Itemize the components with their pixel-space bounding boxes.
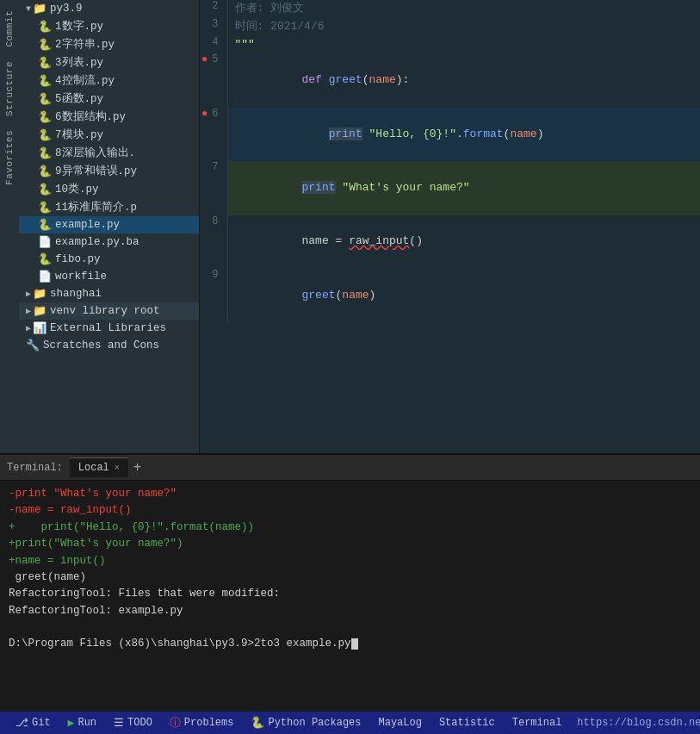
problems-label: Problems [184,717,234,729]
sidebar-item-6[interactable]: 🐍 6数据结构.py [19,108,199,126]
sidebar-item-py39[interactable]: ▼ 📁 py3.9 [19,0,199,17]
run-status-item[interactable]: ▶ Run [59,712,105,734]
git-label: Git [32,717,51,729]
mayalog-status-item[interactable]: MayaLog [370,712,431,734]
py-file-icon: 🐍 [38,56,52,70]
sidebar-item-shanghai[interactable]: ▶ 📁 shanghai [19,285,199,302]
sidebar-item-label: 8深层输入输出. [55,146,135,160]
extlib-icon: 📊 [33,321,46,335]
term-line-8: RefactoringTool: example.py [9,603,691,619]
sidebar-item-label: py3.9 [50,3,83,15]
py-file-icon: 🐍 [38,92,52,106]
sidebar-item-label: 7模块.py [55,128,103,142]
folder-icon: 📁 [33,304,46,318]
sidebar-item-workfile[interactable]: 📄 workfile [19,268,199,285]
todo-status-item[interactable]: ☰ TODO [105,712,161,734]
sidebar-item-example-bak[interactable]: 📄 example.py.ba [19,233,199,251]
terminal-body[interactable]: -print "What's your name?" -name = raw_i… [0,481,700,712]
sidebar-item-label: External Libraries [50,322,166,334]
terminal-tabs: Terminal: Local × + [0,455,700,481]
main-area: Commit Structure Favorites ▼ 📁 py3.9 🐍 1… [0,0,700,453]
py-file-icon: 🐍 [38,74,52,88]
file-icon: 📄 [38,270,52,283]
sidebar-item-label: 9异常和错误.py [55,164,137,178]
code-line-7: 7 print "What's your name?" [200,161,700,215]
favorites-label[interactable]: Favorites [3,123,16,192]
terminal-cursor [351,638,358,650]
file-icon: 📄 [38,235,52,249]
url-display: https://blog.csdn.net/weixin_46211269 [570,717,700,729]
python-packages-label: Python Packages [268,717,361,729]
py-file-icon: 🐍 [38,218,52,232]
sidebar-item-label: 1数字.py [55,19,103,34]
mayalog-label: MayaLog [379,717,422,729]
run-label: Run [77,717,96,729]
code-line-5: ●5 def greet(name): [200,53,700,107]
code-lines: 2 作者: 刘俊文 3 时间: 2021/4/6 4 """ ●5 def gr… [200,0,700,322]
sidebar-item-example[interactable]: 🐍 example.py [19,216,199,233]
sidebar-item-label: shanghai [50,288,102,300]
arrow-icon: ▼ [26,4,31,14]
py-file-icon: 🐍 [38,165,52,178]
term-line-3: + print("Hello, {0}!".format(name)) [9,519,691,536]
folder-icon: 📁 [33,287,46,301]
py-file-icon: 🐍 [38,110,52,124]
sidebar-item-venv[interactable]: ▶ 📁 venv library root [19,302,199,320]
py-file-icon: 🐍 [38,20,52,34]
sidebar-item-11[interactable]: 🐍 11标准库简介.p [19,198,199,216]
git-status-item[interactable]: ⎇ Git [7,712,59,734]
code-line-4: 4 """ [200,36,700,54]
sidebar-item-label: fibo.py [55,253,101,265]
sidebar-item-1[interactable]: 🐍 1数字.py [19,17,199,35]
sidebar-item-scratches[interactable]: 🔧 Scratches and Cons [19,337,199,354]
sidebar-item-4[interactable]: 🐍 4控制流.py [19,72,199,90]
code-editor[interactable]: 2 作者: 刘俊文 3 时间: 2021/4/6 4 """ ●5 def gr… [200,0,700,453]
term-line-6: greet(name) [9,569,691,586]
problems-status-item[interactable]: ⓘ Problems [161,712,243,734]
arrow-icon: ▶ [26,289,31,299]
python-packages-icon: 🐍 [251,716,264,730]
sidebar-item-2[interactable]: 🐍 2字符串.py [19,35,199,53]
sidebar-item-label: 10类.py [55,182,99,196]
term-line-2: -name = raw_input() [9,502,691,519]
sidebar-item-10[interactable]: 🐍 10类.py [19,180,199,198]
term-line-4: +print("What's your name?") [9,536,691,552]
local-tab[interactable]: Local × [70,457,128,477]
sidebar-item-label: 4控制流.py [55,73,115,88]
py-file-icon: 🐍 [38,128,52,142]
sidebar-item-label: example.py.ba [55,236,139,248]
left-panel-labels: Commit Structure Favorites [0,0,19,453]
sidebar-item-9[interactable]: 🐍 9异常和错误.py [19,162,199,180]
sidebar-item-7[interactable]: 🐍 7模块.py [19,126,199,144]
sidebar-item-3[interactable]: 🐍 3列表.py [19,53,199,72]
sidebar-item-label: 11标准库简介.p [55,200,137,215]
add-tab-button[interactable]: + [133,460,142,476]
commit-label[interactable]: Commit [3,3,16,54]
terminal-status-item[interactable]: Terminal [504,712,571,734]
close-tab-button[interactable]: × [115,463,120,473]
statistic-status-item[interactable]: Statistic [431,712,504,734]
term-line-9 [9,619,691,636]
scratch-icon: 🔧 [26,339,40,352]
code-line-3: 3 时间: 2021/4/6 [200,18,700,36]
code-line-6: ●6 print "Hello, {0}!".format(name) [200,108,700,161]
term-line-7: RefactoringTool: Files that were modifie… [9,586,691,602]
problems-icon: ⓘ [170,715,181,731]
python-packages-status-item[interactable]: 🐍 Python Packages [242,712,369,734]
sidebar-item-label: 5函数.py [55,91,103,106]
sidebar-item-extlibs[interactable]: ▶ 📊 External Libraries [19,320,199,337]
sidebar-item-label: 6数据结构.py [55,109,126,124]
folder-icon: 📁 [33,2,46,16]
sidebar-item-fibo[interactable]: 🐍 fibo.py [19,251,199,268]
sidebar-item-8[interactable]: 🐍 8深层输入输出. [19,144,199,162]
code-line-2: 2 作者: 刘俊文 [200,0,700,18]
status-bar: ⎇ Git ▶ Run ☰ TODO ⓘ Problems 🐍 Python P… [0,712,700,734]
sidebar-item-label: example.py [55,219,120,231]
statistic-label: Statistic [439,717,495,729]
sidebar-item-label: workfile [55,271,107,283]
structure-label[interactable]: Structure [3,54,16,123]
sidebar-item-5[interactable]: 🐍 5函数.py [19,90,199,108]
file-tree-sidebar: ▼ 📁 py3.9 🐍 1数字.py 🐍 2字符串.py 🐍 3列表.py 🐍 … [19,0,200,453]
py-file-icon: 🐍 [38,146,52,160]
arrow-icon: ▶ [26,306,31,316]
